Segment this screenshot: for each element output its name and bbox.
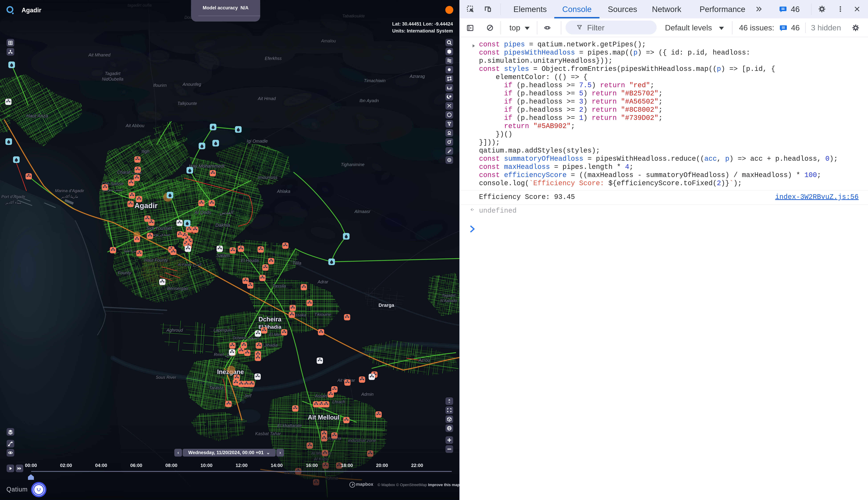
svg-text:Tilila: Tilila [292, 261, 301, 265]
svg-text:Tighanimine: Tighanimine [341, 162, 364, 167]
svg-text:Adrar: Adrar [317, 279, 328, 284]
svg-text:Tassila: Tassila [272, 284, 286, 288]
svg-text:Ahlaka: Ahlaka [277, 189, 291, 194]
svg-text:القدس: القدس [220, 210, 234, 215]
svg-text:Jerf: Jerf [244, 393, 252, 398]
svg-text:Sous River: Sous River [156, 375, 176, 379]
svg-text:Ifourirn: Ifourirn [153, 83, 167, 88]
svg-text:Founty: Founty [118, 270, 132, 275]
svg-text:Eferkhss: Eferkhss [265, 56, 282, 61]
svg-text:Al Farah الفرح: Al Farah الفرح [178, 262, 201, 267]
svg-text:Hay Mohammedi: Hay Mohammedi [189, 163, 225, 169]
svg-text:Azrarag: Azrarag [409, 74, 425, 79]
svg-text:Sidi Youssef: Sidi Youssef [146, 226, 172, 231]
svg-text:Agadir: Agadir [134, 202, 157, 210]
svg-text:Salam: Salam [216, 253, 230, 258]
svg-text:Ait Hmad: Ait Hmad [258, 96, 276, 101]
svg-text:Ibn Ayadn: Ibn Ayadn [359, 98, 379, 103]
svg-text:Iligh: Iligh [142, 149, 149, 154]
svg-text:Dcheira: Dcheira [258, 316, 282, 323]
svg-text:ميناء أكادير: ميناء أكادير [5, 200, 21, 204]
svg-text:NidOubella: NidOubella [102, 77, 123, 81]
svg-text:Haut Anza: Haut Anza [26, 113, 48, 118]
svg-text:Ait Mhaned: Ait Mhaned [88, 53, 111, 57]
svg-text:Haut Founty: Haut Founty [144, 258, 168, 262]
svg-text:N’Aabado: N’Aabado [440, 298, 457, 303]
svg-text:Tikiouine: Tikiouine [314, 312, 331, 317]
svg-text:Ait Abbou: Ait Abbou [125, 123, 144, 128]
svg-text:Al Qods: Al Qods [194, 210, 211, 215]
svg-text:El Jihadia: El Jihadia [259, 343, 278, 348]
svg-text:El Houda: El Houda [241, 258, 259, 263]
svg-text:Tarasst: Tarasst [209, 385, 223, 390]
svg-text:Dakhla: Dakhla [215, 223, 230, 228]
svg-text:Port d’Agadir: Port d’Agadir [1, 194, 26, 199]
svg-text:Imounsiss: Imounsiss [258, 175, 278, 180]
svg-text:Igi Omadle: Igi Omadle [247, 139, 268, 144]
svg-text:Almaasr: Almaasr [354, 209, 371, 214]
svg-text:مارينا أكادير: مارينا أكادير [61, 194, 78, 198]
svg-text:Talkjounte: Talkjounte [177, 101, 197, 106]
svg-text:Tagadirt: Tagadirt [105, 71, 121, 76]
svg-text:Tagadirt: Tagadirt [442, 293, 456, 298]
svg-text:Lapergula: Lapergula [214, 328, 232, 332]
svg-text:Bensergao: Bensergao [167, 286, 188, 291]
svg-text:Assais: Assais [315, 394, 327, 398]
svg-text:Drarga: Drarga [379, 303, 394, 308]
svg-text:Aghroud: Aghroud [166, 328, 183, 332]
svg-text:Anounfeg: Anounfeg [182, 82, 201, 87]
svg-text:Timachiwin: Timachiwin [364, 78, 386, 83]
svg-text:Aït Melloul: Aït Melloul [308, 414, 339, 421]
svg-text:Admin: Admin [361, 392, 374, 397]
svg-text:Marina d’Agadir: Marina d’Agadir [55, 188, 84, 193]
svg-text:Lhrach: Lhrach [332, 399, 345, 404]
svg-text:Azrou: Azrou [418, 358, 430, 363]
